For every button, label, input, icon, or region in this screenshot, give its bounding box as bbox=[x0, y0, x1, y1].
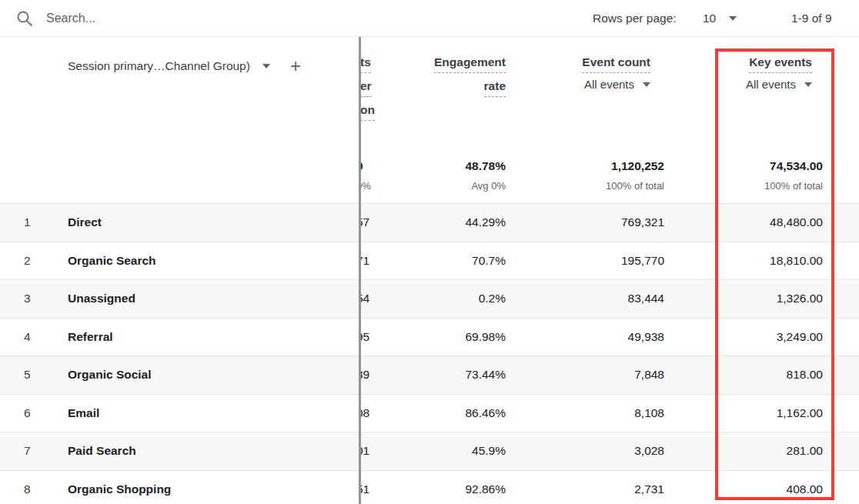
totals-subtext: 100% of total bbox=[764, 180, 823, 192]
filter-label: All events bbox=[746, 78, 796, 91]
table-row: 3 Unassigned 54 0.2% 83,444 1,326.00 bbox=[0, 280, 859, 319]
engagement-rate-value: 92.86% bbox=[465, 471, 506, 504]
totals-clipped-value: 0 bbox=[360, 159, 379, 173]
clipped-header-fragment: er bbox=[360, 78, 372, 97]
totals-key-events: 74,534.00 100% of total bbox=[764, 159, 823, 192]
totals-event-count: 1,120,252 100% of total bbox=[606, 159, 664, 192]
row-number: 2 bbox=[24, 242, 31, 280]
col-header-engagement-rate[interactable]: Engagement rate bbox=[434, 54, 506, 102]
col-header-key-events[interactable]: Key events All events bbox=[746, 54, 812, 91]
row-number: 1 bbox=[24, 204, 31, 242]
engagement-rate-value: 70.7% bbox=[472, 242, 506, 280]
table-row: 1 Direct 57 44.29% 769,321 48,480.00 bbox=[0, 204, 859, 242]
channel-name: Direct bbox=[68, 204, 102, 242]
event-count-value: 8,108 bbox=[634, 395, 664, 432]
chevron-down-icon bbox=[643, 82, 650, 87]
channel-name: Organic Search bbox=[68, 242, 156, 280]
clipped-header-fragment: on bbox=[360, 102, 375, 121]
channel-name: Email bbox=[68, 395, 99, 432]
event-count-value: 49,938 bbox=[628, 319, 664, 356]
events-per-session-fragment: 54 bbox=[360, 280, 383, 318]
col-header-label: Event count bbox=[582, 54, 650, 73]
key-events-value: 281.00 bbox=[787, 432, 823, 470]
totals-value: 74,534.00 bbox=[764, 159, 823, 173]
key-events-value: 408.00 bbox=[787, 471, 823, 504]
engagement-rate-value: 0.2% bbox=[479, 280, 506, 318]
event-count-filter-dropdown[interactable]: All events bbox=[582, 78, 650, 91]
engagement-rate-value: 44.29% bbox=[465, 204, 506, 242]
rows-per-page-value: 10 bbox=[703, 12, 716, 25]
chevron-down-icon bbox=[804, 82, 812, 87]
table-row: 5 Organic Social 39 73.44% 7,848 818.00 bbox=[0, 356, 859, 395]
rows-per-page-select[interactable]: 10 bbox=[703, 12, 737, 25]
event-count-value: 195,770 bbox=[621, 242, 664, 280]
totals-value: 48.78% bbox=[465, 159, 506, 173]
col-header-event-count[interactable]: Event count All events bbox=[582, 54, 650, 91]
search-icon[interactable] bbox=[15, 9, 34, 28]
analytics-table-screen: Rows per page: 10 1-9 of 9 Session prima… bbox=[0, 0, 859, 504]
key-events-filter-dropdown[interactable]: All events bbox=[746, 78, 812, 91]
chevron-down-icon[interactable] bbox=[262, 64, 270, 68]
row-number: 6 bbox=[24, 395, 31, 432]
row-number: 7 bbox=[24, 432, 31, 470]
table-row: 4 Referral 95 69.98% 49,938 3,249.00 bbox=[0, 319, 859, 357]
clipped-header-fragment: ts bbox=[360, 54, 371, 73]
col-header-label: Engagement bbox=[434, 54, 506, 73]
key-events-value: 1,162.00 bbox=[777, 395, 823, 432]
event-count-value: 769,321 bbox=[621, 204, 664, 242]
events-per-session-fragment: 57 bbox=[360, 204, 383, 242]
row-number: 5 bbox=[24, 356, 31, 394]
channel-name: Organic Shopping bbox=[68, 471, 171, 504]
key-events-value: 48,480.00 bbox=[770, 204, 823, 242]
row-number: 3 bbox=[24, 280, 31, 318]
toolbar: Rows per page: 10 1-9 of 9 bbox=[0, 0, 859, 37]
clipped-column-header[interactable]: ts er on bbox=[360, 54, 386, 125]
table-body: 1 Direct 57 44.29% 769,321 48,480.00 2 O… bbox=[0, 204, 859, 504]
chevron-down-icon bbox=[729, 16, 737, 21]
event-count-value: 83,444 bbox=[628, 280, 664, 318]
channel-name: Referral bbox=[68, 319, 113, 356]
events-per-session-fragment: 51 bbox=[360, 471, 383, 504]
key-events-value: 1,326.00 bbox=[777, 280, 823, 318]
totals-row: 0 0% 48.78% Avg 0% 1,120,252 100% of tot… bbox=[0, 150, 859, 204]
pagination-status: 1-9 of 9 bbox=[791, 12, 832, 25]
events-per-session-fragment: 71 bbox=[360, 242, 383, 280]
col-header-label: Key events bbox=[749, 54, 812, 73]
table-row: 8 Organic Shopping 51 92.86% 2,731 408.0… bbox=[0, 471, 859, 504]
dimension-header-label: Session primary…Channel Group) bbox=[68, 59, 250, 73]
events-per-session-fragment: 08 bbox=[360, 395, 383, 432]
channel-name: Unassigned bbox=[68, 280, 135, 318]
filter-label: All events bbox=[584, 78, 634, 91]
totals-clipped-sub: 0% bbox=[360, 180, 379, 192]
events-per-session-fragment: 39 bbox=[360, 356, 383, 394]
totals-clipped-column: 0 0% bbox=[360, 159, 383, 192]
channel-name: Paid Search bbox=[68, 432, 136, 470]
event-count-value: 7,848 bbox=[634, 356, 664, 394]
key-events-value: 3,249.00 bbox=[777, 319, 823, 356]
table-row: 7 Paid Search 01 45.9% 3,028 281.00 bbox=[0, 432, 859, 471]
key-events-value: 18,810.00 bbox=[770, 242, 823, 280]
engagement-rate-value: 69.98% bbox=[465, 319, 506, 356]
totals-engagement-rate: 48.78% Avg 0% bbox=[465, 159, 506, 192]
add-column-button[interactable]: + bbox=[290, 58, 301, 74]
engagement-rate-value: 86.46% bbox=[465, 395, 506, 432]
key-events-value: 818.00 bbox=[787, 356, 823, 394]
search-input[interactable] bbox=[46, 6, 292, 31]
channel-name: Organic Social bbox=[68, 356, 152, 394]
rows-per-page-label: Rows per page: bbox=[593, 12, 677, 25]
totals-subtext: Avg 0% bbox=[465, 180, 506, 192]
event-count-value: 3,028 bbox=[634, 432, 664, 470]
events-per-session-fragment: 95 bbox=[360, 319, 383, 356]
engagement-rate-value: 45.9% bbox=[472, 432, 506, 470]
table-row: 2 Organic Search 71 70.7% 195,770 18,810… bbox=[0, 242, 859, 281]
totals-subtext: 100% of total bbox=[606, 180, 664, 192]
row-number: 8 bbox=[24, 471, 31, 504]
event-count-value: 2,731 bbox=[634, 471, 664, 504]
engagement-rate-value: 73.44% bbox=[465, 356, 506, 394]
totals-value: 1,120,252 bbox=[606, 159, 664, 173]
table-row: 6 Email 08 86.46% 8,108 1,162.00 bbox=[0, 395, 859, 433]
row-number: 4 bbox=[24, 319, 31, 356]
column-resize-divider[interactable] bbox=[359, 37, 361, 504]
dimension-header[interactable]: Session primary…Channel Group) + bbox=[68, 58, 301, 74]
events-per-session-fragment: 01 bbox=[360, 432, 383, 470]
